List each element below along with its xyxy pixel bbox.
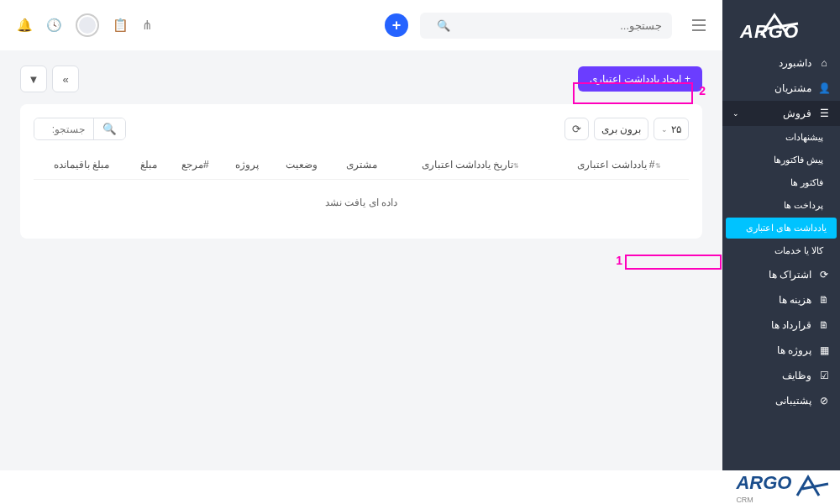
nav-dashboard[interactable]: ⌂داشبورد	[722, 50, 840, 76]
share-icon[interactable]: ⋔	[142, 18, 153, 33]
refresh-button[interactable]: ⟳	[564, 118, 589, 140]
refresh-icon: ⟳	[818, 269, 830, 281]
empty-message: داده ای یافت نشد	[34, 180, 689, 226]
chevron-down-icon: ⌄	[732, 109, 739, 118]
check-circle-icon: ☑	[818, 370, 830, 381]
nav-customers[interactable]: 👤مشتریان	[722, 76, 840, 101]
collapse-button[interactable]: »	[52, 66, 79, 92]
filter-icon: ▼	[29, 73, 39, 86]
file-icon: 🗎	[818, 319, 830, 331]
col-reference[interactable]: #مرجع	[168, 150, 223, 180]
table-search-input[interactable]	[34, 118, 93, 139]
nav-support[interactable]: ⊘پشتیبانی	[722, 388, 840, 413]
export-select[interactable]: برون بری	[594, 118, 648, 140]
col-amount[interactable]: مبلغ	[129, 150, 168, 180]
file-icon: 🗎	[818, 294, 830, 306]
search-icon: 🔍	[102, 123, 117, 135]
col-credit-note-number[interactable]: ⇅# یادداشت اعتباری	[551, 150, 689, 180]
search-input[interactable]	[450, 19, 662, 32]
annotation-number-2: 2	[699, 84, 706, 97]
user-icon: 👤	[818, 82, 830, 94]
sort-icon: ⇅	[513, 162, 519, 170]
nav-expenses[interactable]: 🗎هزینه ها	[722, 287, 840, 312]
clock-icon[interactable]: 🕓	[46, 18, 62, 33]
annotation-number-1: 1	[616, 254, 622, 267]
clipboard-icon[interactable]: 📋	[113, 18, 129, 33]
col-status[interactable]: وضعیت	[271, 150, 332, 180]
nav-items[interactable]: کالا یا خدمات	[722, 239, 840, 262]
col-remaining[interactable]: مبلغ باقیمانده	[34, 150, 129, 180]
col-project[interactable]: پروژه	[223, 150, 271, 180]
nav-credit-notes[interactable]: یادداشت های اعتباری	[726, 218, 837, 239]
bell-icon[interactable]: 🔔	[17, 18, 33, 33]
col-credit-note-date[interactable]: ⇅تاریخ یادداشت اعتباری	[391, 150, 550, 180]
create-credit-note-button[interactable]: +ایجاد یادداشت اعتباری	[578, 66, 702, 92]
nav-proposals[interactable]: پیشنهادات	[722, 126, 840, 149]
table-search-button[interactable]: 🔍	[93, 118, 125, 139]
home-icon: ⌂	[818, 57, 830, 69]
logo: ARGO	[722, 0, 840, 50]
list-icon: ☰	[818, 108, 830, 119]
nav-projects[interactable]: ▦پروژه ها	[722, 338, 840, 363]
filter-button[interactable]: ▼	[20, 66, 47, 92]
nav-tasks[interactable]: ☑وظایف	[722, 363, 840, 388]
sidebar-toggle[interactable]	[692, 19, 706, 31]
chevron-down-icon: ⌄	[661, 125, 668, 134]
topbar: 🔍 + ⋔ 📋 🕓 🔔	[0, 0, 722, 50]
grid-icon: ▦	[818, 344, 830, 356]
sort-icon: ⇅	[655, 162, 661, 170]
col-customer[interactable]: مشتری	[332, 150, 391, 180]
nav-invoices[interactable]: فاکتور ها	[722, 171, 840, 194]
nav-payments[interactable]: پرداخت ها	[722, 194, 840, 217]
refresh-icon: ⟳	[572, 123, 581, 135]
main-area: 🔍 + ⋔ 📋 🕓 🔔 +ایجاد یادداشت اعتباری » ▼	[0, 0, 722, 470]
support-icon: ⊘	[818, 395, 830, 407]
search-icon: 🔍	[437, 19, 450, 32]
global-search[interactable]: 🔍	[420, 13, 672, 39]
nav-estimates[interactable]: پیش فاکتورها	[722, 149, 840, 171]
credit-notes-table: ⇅# یادداشت اعتباری ⇅تاریخ یادداشت اعتبار…	[34, 150, 689, 225]
page-size-select[interactable]: ۲۵⌄	[654, 118, 689, 140]
plus-icon: +	[685, 73, 690, 85]
sidebar: ARGO ⌂داشبورد 👤مشتریان ☰فروش⌄ پیشنهادات …	[722, 0, 840, 470]
data-card: ۲۵⌄ برون بری ⟳ 🔍 ⇅# یادداشت اع	[20, 104, 702, 239]
quick-add-button[interactable]: +	[385, 13, 408, 37]
nav-sales[interactable]: ☰فروش⌄	[722, 101, 840, 126]
nav-contracts[interactable]: 🗎قرارداد ها	[722, 312, 840, 338]
user-avatar[interactable]	[76, 13, 99, 37]
nav-subscriptions[interactable]: ⟳اشتراک ها	[722, 262, 840, 287]
